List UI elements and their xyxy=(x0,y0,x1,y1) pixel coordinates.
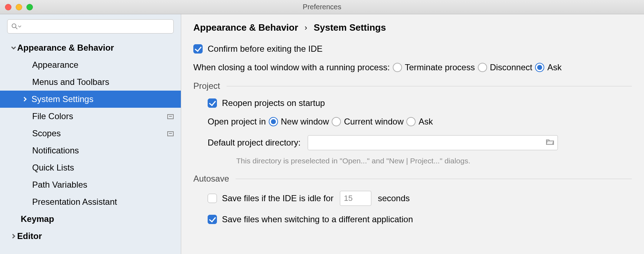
tree-label: Appearance & Behavior xyxy=(17,43,114,53)
save-idle-checkbox[interactable] xyxy=(208,194,217,203)
minimize-window-button[interactable] xyxy=(16,4,22,10)
search-input[interactable] xyxy=(7,19,174,34)
closing-tool-window-label: When closing a tool window with a runnin… xyxy=(193,62,390,72)
tree-item-quick-lists[interactable]: Quick Lists xyxy=(0,159,181,176)
tree-label: Scopes xyxy=(32,128,61,138)
window-title: Preferences xyxy=(303,3,341,11)
closing-radio-disconnect[interactable] xyxy=(478,63,487,72)
settings-tree: Appearance & Behavior Appearance Menus a… xyxy=(0,37,181,254)
default-directory-hint: This directory is preselected in "Open..… xyxy=(236,157,632,165)
titlebar: Preferences xyxy=(0,0,644,14)
reopen-projects-label: Reopen projects on startup xyxy=(222,98,325,108)
content-panel: Appearance & Behavior › System Settings … xyxy=(181,14,644,254)
save-idle-prefix: Save files if the IDE is idle for xyxy=(222,193,333,203)
reopen-projects-option[interactable]: Reopen projects on startup xyxy=(208,98,325,108)
closing-radio-terminate[interactable] xyxy=(393,63,402,72)
tree-label: Quick Lists xyxy=(32,163,74,173)
tree-label: Editor xyxy=(17,231,42,241)
maximize-window-button[interactable] xyxy=(26,4,33,10)
project-section-header: Project xyxy=(193,81,632,91)
tree-label: System Settings xyxy=(31,94,93,104)
closing-option-ask[interactable]: Ask xyxy=(535,62,561,72)
tree-label: Keymap xyxy=(21,214,54,224)
breadcrumb-current: System Settings xyxy=(314,22,386,33)
folder-open-icon[interactable] xyxy=(546,138,554,148)
open-radio-new-window[interactable] xyxy=(269,117,278,126)
tree-item-system-settings[interactable]: System Settings xyxy=(0,91,181,108)
tree-item-file-colors[interactable]: File Colors xyxy=(0,108,181,125)
save-idle-suffix: seconds xyxy=(378,193,410,203)
save-idle-seconds-input[interactable] xyxy=(340,191,371,206)
open-radio-ask[interactable] xyxy=(406,117,416,126)
reopen-projects-checkbox[interactable] xyxy=(208,98,217,108)
chevron-down-icon xyxy=(10,45,17,50)
tree-item-appearance[interactable]: Appearance xyxy=(0,56,181,73)
closing-option-terminate[interactable]: Terminate process xyxy=(393,62,475,72)
tree-label: Notifications xyxy=(32,146,79,156)
tree-item-menus-toolbars[interactable]: Menus and Toolbars xyxy=(0,73,181,91)
autosave-section-header: Autosave xyxy=(193,174,632,184)
save-on-switch-checkbox[interactable] xyxy=(208,215,217,224)
open-project-in-label: Open project in xyxy=(208,117,266,127)
breadcrumb: Appearance & Behavior › System Settings xyxy=(193,22,632,33)
chevron-right-icon xyxy=(21,97,29,102)
closing-radio-ask[interactable] xyxy=(535,63,544,72)
confirm-exit-option[interactable]: Confirm before exiting the IDE xyxy=(193,44,322,54)
tree-label: Appearance xyxy=(32,60,78,70)
save-on-switch-option[interactable]: Save files when switching to a different… xyxy=(208,214,413,224)
tree-item-path-variables[interactable]: Path Variables xyxy=(0,176,181,193)
tree-item-presentation-assistant[interactable]: Presentation Assistant xyxy=(0,193,181,210)
confirm-exit-label: Confirm before exiting the IDE xyxy=(208,44,322,54)
closing-option-disconnect[interactable]: Disconnect xyxy=(478,62,532,72)
project-scope-icon xyxy=(167,128,174,138)
save-on-switch-label: Save files when switching to a different… xyxy=(222,214,413,224)
tree-item-scopes[interactable]: Scopes xyxy=(0,125,181,142)
tree-label: File Colors xyxy=(32,111,73,121)
save-idle-option[interactable]: Save files if the IDE is idle for xyxy=(208,193,333,203)
open-radio-current-window[interactable] xyxy=(332,117,341,126)
search-icon xyxy=(11,22,21,30)
tree-item-notifications[interactable]: Notifications xyxy=(0,142,181,159)
sidebar: Appearance & Behavior Appearance Menus a… xyxy=(0,14,181,254)
tree-label: Menus and Toolbars xyxy=(32,77,109,87)
open-option-ask[interactable]: Ask xyxy=(406,117,433,127)
chevron-right-icon xyxy=(10,234,17,239)
tree-item-keymap[interactable]: Keymap xyxy=(0,210,181,228)
svg-line-1 xyxy=(16,27,18,29)
breadcrumb-parent[interactable]: Appearance & Behavior xyxy=(193,22,298,33)
default-directory-input[interactable] xyxy=(308,135,558,150)
tree-item-appearance-behavior[interactable]: Appearance & Behavior xyxy=(0,39,181,56)
close-window-button[interactable] xyxy=(5,4,11,10)
open-option-current-window[interactable]: Current window xyxy=(332,117,403,127)
confirm-exit-checkbox[interactable] xyxy=(193,44,203,54)
default-directory-field-wrap xyxy=(308,135,558,150)
tree-label: Presentation Assistant xyxy=(32,197,117,207)
tree-item-editor[interactable]: Editor xyxy=(0,228,181,245)
breadcrumb-separator: › xyxy=(304,23,307,32)
open-option-new-window[interactable]: New window xyxy=(269,117,329,127)
svg-point-0 xyxy=(12,24,16,28)
tree-label: Path Variables xyxy=(32,180,87,190)
default-directory-label: Default project directory: xyxy=(208,138,301,148)
project-scope-icon xyxy=(167,111,174,121)
